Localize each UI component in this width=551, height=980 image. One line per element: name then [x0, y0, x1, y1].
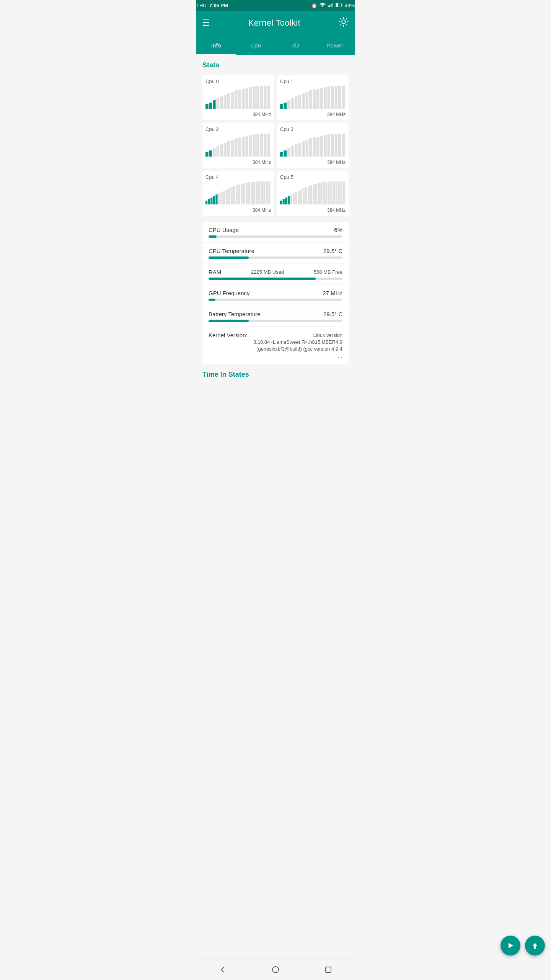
svg-rect-84	[328, 134, 331, 157]
battery-temp-row: Battery Temperature 29.5° C	[202, 306, 349, 327]
svg-rect-58	[224, 143, 227, 157]
svg-rect-118	[288, 196, 290, 204]
svg-rect-86	[335, 134, 338, 157]
svg-rect-28	[246, 88, 249, 109]
alarm-icon: ⏰	[311, 3, 317, 8]
cpu-usage-bar-bg	[209, 235, 342, 238]
svg-rect-57	[220, 144, 223, 157]
svg-rect-105	[246, 183, 248, 204]
svg-rect-42	[306, 92, 309, 109]
cpu-temp-header: CPU Temperature 29.5° C	[209, 248, 342, 254]
cpu3-bars	[280, 134, 346, 157]
svg-rect-38	[291, 98, 294, 109]
svg-rect-115	[280, 201, 282, 204]
svg-rect-124	[303, 188, 305, 204]
ram-bar-fill	[209, 278, 316, 280]
svg-rect-24	[231, 92, 234, 109]
cpu2-freq: 384 MHz	[205, 160, 271, 165]
svg-rect-127	[310, 185, 312, 204]
cpu0-chart: Cpu 0 384 MHz	[202, 75, 274, 120]
cpu0-freq: 384 MHz	[205, 112, 271, 117]
cpu3-label: Cpu 3	[280, 126, 346, 132]
svg-rect-36	[284, 103, 287, 109]
nav-home[interactable]	[264, 962, 287, 977]
svg-rect-54	[209, 150, 212, 157]
svg-rect-130	[318, 183, 320, 204]
svg-rect-35	[280, 104, 283, 109]
svg-rect-3	[331, 4, 332, 7]
wifi-icon	[320, 3, 326, 8]
svg-rect-67	[256, 134, 259, 157]
svg-rect-97	[226, 189, 228, 204]
svg-rect-99	[231, 187, 233, 204]
cpu2-label: Cpu 2	[205, 126, 271, 132]
svg-rect-23	[227, 93, 230, 109]
kernel-version-value: Linux version 3.10.84~LlamaSweet.R4.h815…	[251, 332, 342, 360]
svg-rect-131	[320, 183, 322, 204]
svg-rect-25	[235, 90, 238, 109]
app-title: Kernel Toolkit	[248, 18, 300, 28]
svg-rect-139	[341, 181, 342, 204]
svg-point-8	[342, 20, 346, 24]
svg-rect-30	[253, 87, 256, 109]
status-bar: THU 7:05 PM ⏰	[196, 0, 355, 11]
tab-info[interactable]: Info	[196, 35, 236, 55]
nav-recents[interactable]	[317, 962, 340, 977]
svg-rect-76	[298, 143, 302, 157]
nav-back[interactable]	[211, 962, 234, 977]
svg-line-13	[340, 18, 341, 19]
svg-rect-83	[324, 135, 327, 157]
svg-rect-80	[313, 137, 316, 157]
cpu1-chart: Cpu 1 384 MHz	[277, 75, 349, 120]
tab-power[interactable]: Power	[315, 35, 355, 55]
svg-rect-107	[251, 182, 253, 204]
svg-rect-126	[308, 186, 310, 204]
status-time: THU 7:05 PM	[196, 3, 308, 8]
theme-button[interactable]	[339, 17, 349, 29]
svg-rect-112	[263, 181, 265, 204]
cpu-temp-value: 29.5° C	[323, 248, 342, 254]
cpu4-freq: 384 MHz	[205, 207, 271, 213]
svg-rect-21	[220, 96, 223, 109]
svg-rect-55	[213, 148, 216, 157]
svg-rect-31	[256, 86, 259, 109]
cpu1-freq: 384 MHz	[280, 112, 346, 117]
svg-point-0	[322, 6, 323, 7]
cpu-usage-label: CPU Usage	[209, 227, 239, 233]
battery-temp-label: Battery Temperature	[209, 311, 261, 317]
svg-rect-65	[249, 135, 252, 157]
cpu4-chart: Cpu 4	[202, 171, 274, 216]
svg-rect-77	[302, 141, 305, 157]
tab-io[interactable]: I/O	[276, 35, 315, 55]
svg-rect-111	[261, 181, 263, 204]
ram-bar-bg	[209, 278, 342, 280]
gpu-freq-row: GPU Frequency 27 MHz	[202, 285, 349, 305]
tab-bar: Info Cpu I/O Power	[196, 35, 355, 55]
cpu5-chart: Cpu 5	[277, 171, 349, 216]
svg-rect-134	[328, 182, 330, 204]
svg-rect-89	[205, 201, 207, 204]
svg-rect-60	[231, 140, 234, 157]
svg-rect-26	[238, 90, 241, 109]
svg-rect-98	[228, 188, 230, 204]
battery-temp-bar-bg	[209, 320, 342, 322]
svg-rect-62	[238, 137, 241, 157]
ram-header: RAM 2225 MB Used 568 MB Free	[209, 269, 342, 275]
gpu-freq-bar-fill	[209, 299, 215, 301]
svg-rect-29	[249, 87, 252, 109]
svg-rect-103	[241, 184, 243, 204]
time-in-states-title: Time In States	[202, 371, 349, 379]
svg-rect-1	[328, 6, 329, 7]
cpu-usage-value: 6%	[334, 227, 342, 233]
svg-rect-20	[217, 98, 220, 109]
battery-temp-header: Battery Temperature 29.5° C	[209, 311, 342, 317]
menu-button[interactable]: ☰	[202, 18, 210, 28]
svg-rect-18	[209, 103, 212, 109]
battery-icon	[336, 3, 342, 8]
svg-rect-71	[280, 152, 283, 157]
svg-rect-88	[342, 134, 345, 157]
svg-rect-135	[331, 181, 333, 204]
svg-rect-43	[309, 90, 312, 109]
tab-cpu[interactable]: Cpu	[236, 35, 276, 55]
battery-percentage: 49%	[345, 3, 355, 8]
